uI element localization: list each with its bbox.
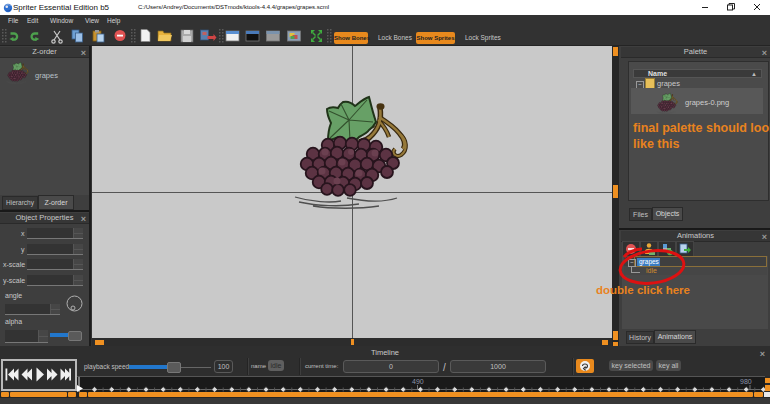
- svg-text:490: 490: [412, 378, 424, 385]
- svg-text:980: 980: [740, 378, 752, 385]
